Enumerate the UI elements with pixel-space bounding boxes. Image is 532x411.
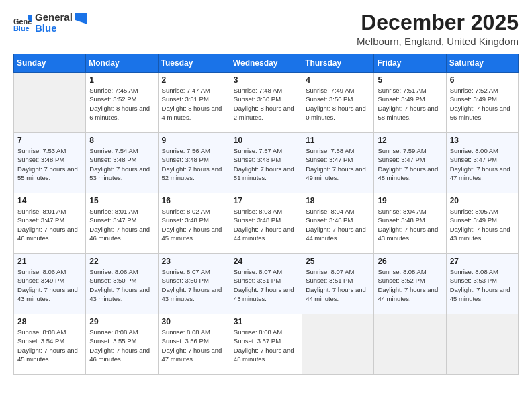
day-cell: 30Sunrise: 8:08 AMSunset: 3:56 PMDayligh…: [158, 314, 230, 375]
sunset-label: Sunset: 3:49 PM: [450, 95, 497, 103]
day-number: 14: [17, 196, 82, 205]
month-title: December 2025: [357, 11, 519, 34]
week-row-3: 14Sunrise: 8:01 AMSunset: 3:47 PMDayligh…: [14, 193, 519, 254]
day-number: 6: [450, 75, 515, 85]
day-number: 31: [234, 317, 298, 326]
sunrise-label: Sunrise: 7:57 AM: [234, 147, 282, 154]
daylight-label: Daylight: 7 hours and 45 minutes.: [17, 347, 78, 363]
sunrise-label: Sunrise: 7:51 AM: [378, 87, 426, 94]
sunrise-label: Sunrise: 7:58 AM: [306, 147, 354, 154]
day-number: 5: [378, 75, 442, 85]
sunrise-label: Sunrise: 8:04 AM: [378, 208, 426, 215]
day-cell: 17Sunrise: 8:03 AMSunset: 3:48 PMDayligh…: [230, 193, 302, 254]
day-info: Sunrise: 8:08 AMSunset: 3:53 PMDaylight:…: [450, 267, 515, 303]
day-cell: 23Sunrise: 8:07 AMSunset: 3:50 PMDayligh…: [158, 254, 230, 314]
day-number: 20: [450, 196, 515, 205]
calendar-header-row: SundayMondayTuesdayWednesdayThursdayFrid…: [14, 54, 519, 73]
sunset-label: Sunset: 3:52 PM: [378, 277, 425, 284]
day-number: 26: [378, 257, 442, 266]
daylight-label: Daylight: 7 hours and 58 minutes.: [378, 105, 438, 121]
day-info: Sunrise: 7:56 AMSunset: 3:48 PMDaylight:…: [162, 146, 226, 182]
sunrise-label: Sunrise: 7:56 AM: [162, 147, 210, 154]
day-cell: 18Sunrise: 8:04 AMSunset: 3:48 PMDayligh…: [302, 193, 374, 254]
svg-marker-3: [75, 13, 87, 24]
daylight-label: Daylight: 7 hours and 45 minutes.: [450, 286, 511, 302]
sunrise-label: Sunrise: 8:08 AM: [17, 328, 66, 336]
sunrise-label: Sunrise: 8:04 AM: [306, 208, 354, 215]
day-number: 15: [89, 196, 154, 205]
sunset-label: Sunset: 3:53 PM: [450, 277, 497, 284]
daylight-label: Daylight: 7 hours and 49 minutes.: [306, 165, 366, 181]
day-number: 25: [306, 257, 370, 266]
day-cell: 28Sunrise: 8:08 AMSunset: 3:54 PMDayligh…: [14, 314, 86, 375]
page-header: General Blue General Blue December 2025 …: [13, 11, 519, 47]
daylight-label: Daylight: 7 hours and 47 minutes.: [162, 347, 222, 363]
col-header-wednesday: Wednesday: [230, 54, 302, 73]
sunset-label: Sunset: 3:48 PM: [162, 216, 209, 224]
sunset-label: Sunset: 3:47 PM: [306, 156, 353, 163]
sunset-label: Sunset: 3:55 PM: [89, 337, 136, 345]
col-header-thursday: Thursday: [302, 54, 374, 73]
daylight-label: Daylight: 7 hours and 44 minutes.: [378, 286, 438, 302]
day-info: Sunrise: 8:02 AMSunset: 3:48 PMDaylight:…: [162, 207, 226, 242]
sunrise-label: Sunrise: 8:08 AM: [162, 328, 210, 336]
day-cell: [302, 314, 374, 375]
day-info: Sunrise: 8:06 AMSunset: 3:49 PMDaylight:…: [17, 267, 82, 303]
week-row-5: 28Sunrise: 8:08 AMSunset: 3:54 PMDayligh…: [14, 314, 519, 375]
sunset-label: Sunset: 3:50 PM: [306, 95, 353, 103]
sunrise-label: Sunrise: 7:45 AM: [89, 87, 138, 94]
day-cell: 29Sunrise: 8:08 AMSunset: 3:55 PMDayligh…: [86, 314, 158, 375]
day-cell: 21Sunrise: 8:06 AMSunset: 3:49 PMDayligh…: [14, 254, 86, 314]
title-block: December 2025 Melbourn, England, United …: [357, 11, 519, 47]
day-cell: 2Sunrise: 7:47 AMSunset: 3:51 PMDaylight…: [158, 73, 230, 133]
day-cell: 31Sunrise: 8:08 AMSunset: 3:57 PMDayligh…: [230, 314, 302, 375]
day-number: 10: [234, 136, 298, 145]
daylight-label: Daylight: 7 hours and 47 minutes.: [450, 165, 511, 181]
sunset-label: Sunset: 3:48 PM: [89, 156, 136, 163]
day-cell: 7Sunrise: 7:53 AMSunset: 3:48 PMDaylight…: [14, 133, 86, 193]
daylight-label: Daylight: 8 hours and 6 minutes.: [89, 105, 150, 121]
day-info: Sunrise: 7:51 AMSunset: 3:49 PMDaylight:…: [378, 86, 442, 122]
day-cell: [374, 314, 446, 375]
day-info: Sunrise: 7:58 AMSunset: 3:47 PMDaylight:…: [306, 146, 370, 182]
day-info: Sunrise: 8:03 AMSunset: 3:48 PMDaylight:…: [234, 207, 298, 242]
day-cell: 26Sunrise: 8:08 AMSunset: 3:52 PMDayligh…: [374, 254, 446, 314]
daylight-label: Daylight: 7 hours and 43 minutes.: [162, 286, 222, 302]
sunrise-label: Sunrise: 7:48 AM: [234, 87, 282, 94]
day-cell: [14, 73, 86, 133]
day-info: Sunrise: 8:08 AMSunset: 3:56 PMDaylight:…: [162, 328, 226, 363]
daylight-label: Daylight: 7 hours and 44 minutes.: [234, 226, 294, 242]
sunrise-label: Sunrise: 7:59 AM: [378, 147, 426, 154]
sunset-label: Sunset: 3:51 PM: [162, 95, 209, 103]
col-header-saturday: Saturday: [446, 54, 518, 73]
col-header-monday: Monday: [86, 54, 158, 73]
sunrise-label: Sunrise: 7:54 AM: [89, 147, 138, 154]
sunset-label: Sunset: 3:57 PM: [234, 337, 281, 345]
day-number: 30: [162, 317, 226, 326]
day-info: Sunrise: 8:08 AMSunset: 3:57 PMDaylight:…: [234, 328, 298, 363]
day-info: Sunrise: 8:04 AMSunset: 3:48 PMDaylight:…: [306, 207, 370, 242]
day-cell: 9Sunrise: 7:56 AMSunset: 3:48 PMDaylight…: [158, 133, 230, 193]
col-header-tuesday: Tuesday: [158, 54, 230, 73]
sunrise-label: Sunrise: 8:08 AM: [234, 328, 282, 336]
daylight-label: Daylight: 7 hours and 44 minutes.: [306, 226, 366, 242]
day-cell: 5Sunrise: 7:51 AMSunset: 3:49 PMDaylight…: [374, 73, 446, 133]
day-number: 22: [89, 257, 154, 266]
day-info: Sunrise: 8:01 AMSunset: 3:47 PMDaylight:…: [89, 207, 154, 242]
day-cell: 3Sunrise: 7:48 AMSunset: 3:50 PMDaylight…: [230, 73, 302, 133]
sunrise-label: Sunrise: 7:52 AM: [450, 87, 498, 94]
daylight-label: Daylight: 7 hours and 43 minutes.: [378, 226, 438, 242]
location-subtitle: Melbourn, England, United Kingdom: [357, 36, 519, 47]
daylight-label: Daylight: 7 hours and 43 minutes.: [17, 286, 78, 302]
day-cell: 14Sunrise: 8:01 AMSunset: 3:47 PMDayligh…: [14, 193, 86, 254]
daylight-label: Daylight: 7 hours and 48 minutes.: [378, 165, 438, 181]
sunrise-label: Sunrise: 8:08 AM: [89, 328, 138, 336]
day-info: Sunrise: 7:48 AMSunset: 3:50 PMDaylight:…: [234, 86, 298, 122]
sunset-label: Sunset: 3:48 PM: [17, 156, 64, 163]
sunset-label: Sunset: 3:48 PM: [234, 156, 281, 163]
day-info: Sunrise: 8:08 AMSunset: 3:52 PMDaylight:…: [378, 267, 442, 303]
day-number: 4: [306, 75, 370, 85]
sunset-label: Sunset: 3:56 PM: [162, 337, 209, 345]
daylight-label: Daylight: 8 hours and 0 minutes.: [306, 105, 366, 121]
sunset-label: Sunset: 3:47 PM: [450, 156, 497, 163]
